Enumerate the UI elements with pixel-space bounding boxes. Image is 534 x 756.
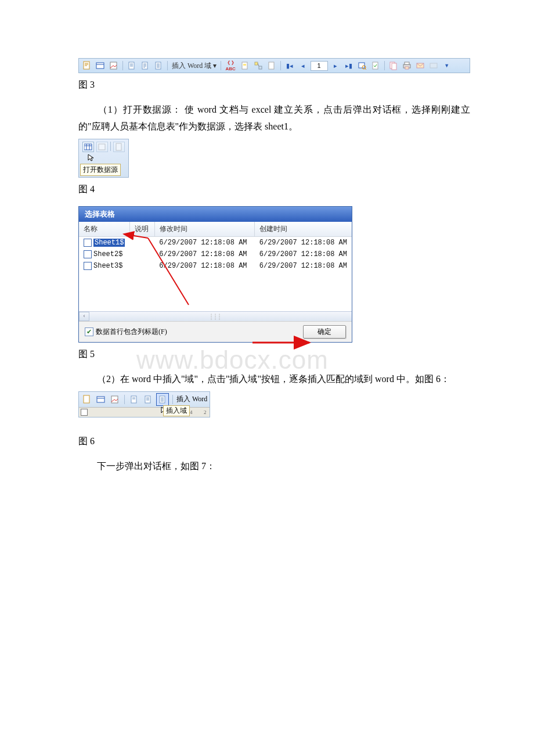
dialog-title: 选择表格 [79,207,352,222]
col-created[interactable]: 创建时间 [255,222,352,237]
sheet-table: 名称 说明 修改时间 创建时间 Sheet1$ 6/29/2007 12:18:… [79,222,352,272]
select-table-dialog: 选择表格 名称 说明 修改时间 创建时间 Sheet1$ [78,206,352,343]
svg-rect-8 [255,62,258,65]
svg-rect-3 [129,62,134,69]
svg-rect-31 [145,396,150,403]
sheet-icon [84,250,92,258]
next-record-icon[interactable]: ▸ [330,60,341,71]
figure-3-caption: 图 3 [78,79,470,91]
merge-to-printer-icon[interactable] [401,60,413,71]
svg-rect-18 [405,67,409,69]
open-data-source-icon[interactable] [95,394,107,405]
address-block-icon[interactable] [128,394,140,405]
address-block-icon[interactable] [126,60,138,71]
svg-rect-11 [359,63,365,68]
greeting-line-icon[interactable] [142,394,154,405]
table-row[interactable]: Sheet3$ 6/29/2007 12:18:08 AM 6/29/2007 … [79,260,352,272]
svg-rect-20 [430,63,437,68]
figure-6-caption: 图 6 [78,435,470,448]
merge-new-doc-icon[interactable] [388,60,399,71]
svg-rect-10 [269,62,274,69]
cursor-icon [87,153,95,161]
figure-5-caption: 图 5 [78,348,470,361]
first-record-icon[interactable]: ▮◂ [284,60,295,71]
find-record-icon[interactable] [356,60,368,71]
table-row[interactable]: Sheet1$ 6/29/2007 12:18:08 AM 6/29/2007 … [79,236,352,249]
resize-grip-icon: ┆┆┆ [210,314,222,320]
insert-field-toolbar-snippet: 插入 Word 4 2 [78,391,210,417]
svg-rect-7 [243,64,246,66]
svg-rect-30 [131,396,136,403]
svg-rect-28 [97,397,104,402]
view-merged-data-icon[interactable]: 《 》ABC [224,60,237,71]
svg-rect-13 [373,62,378,69]
record-number-input[interactable]: 1 [311,61,328,71]
insert-word-text[interactable]: 插入 Word [176,394,207,404]
merge-to-email-icon[interactable] [414,60,426,71]
ruler: 4 2 [79,407,210,417]
scroll-left-icon[interactable]: ‹ [79,312,89,321]
sheet-icon [84,239,92,247]
recipients-icon[interactable] [109,394,121,405]
match-fields-icon[interactable] [252,60,264,71]
svg-rect-23 [116,143,121,150]
svg-rect-32 [160,396,165,403]
highlight-merge-fields-icon[interactable] [239,60,251,71]
open-data-source-icon[interactable] [95,60,106,71]
tab-selector-icon[interactable] [81,409,88,416]
insert-word-field-button[interactable]: 插入 Word 域 ▾ [171,61,218,71]
col-modified[interactable]: 修改时间 [154,222,254,237]
open-data-source-toolbar-snippet: 打开数据源 [78,139,129,178]
figure-4-caption: 图 4 [78,183,470,196]
recipients-icon[interactable] [96,142,108,152]
propagate-labels-icon[interactable] [266,60,277,71]
address-block-icon[interactable] [113,142,125,152]
svg-rect-22 [99,144,105,150]
open-data-source-icon[interactable] [82,142,94,152]
svg-rect-21 [84,144,92,150]
open-data-source-tooltip: 打开数据源 [80,164,121,176]
svg-rect-9 [259,66,262,69]
first-row-headers-checkbox[interactable]: ✔ 数据首行包含列标题(F) [85,327,167,337]
svg-rect-27 [84,395,89,403]
col-desc[interactable]: 说明 [129,222,154,237]
check-errors-icon[interactable] [370,60,381,71]
main-document-setup-icon[interactable] [81,60,93,71]
svg-rect-15 [392,63,396,70]
svg-rect-17 [405,62,409,64]
main-document-setup-icon[interactable] [81,394,93,405]
greeting-line-icon[interactable] [139,60,151,71]
table-row[interactable]: Sheet2$ 6/29/2007 12:18:08 AM 6/29/2007 … [79,249,352,260]
paragraph-2: （2）在 word 中插入"域"，点击"插入域"按钮，逐条插入匹配的域到 wor… [78,371,470,388]
checkbox-icon[interactable]: ✔ [85,327,93,336]
svg-rect-1 [96,63,104,69]
horizontal-scrollbar[interactable]: ‹ ┆┆┆ [79,311,352,321]
sheet-icon [84,262,92,270]
recipients-icon[interactable] [108,60,120,71]
insert-merge-field-icon[interactable] [153,60,164,71]
insert-field-tooltip: 插入域 [163,405,190,416]
prev-record-icon[interactable]: ◂ [297,60,309,71]
last-record-icon[interactable]: ▸▮ [343,60,355,71]
merge-to-fax-icon[interactable] [428,60,439,71]
col-name[interactable]: 名称 [79,222,129,237]
svg-rect-4 [142,62,147,69]
paragraph-3: 下一步弹出对话框，如图 7： [78,458,470,475]
ok-button[interactable]: 确定 [303,325,346,339]
mail-merge-toolbar: 插入 Word 域 ▾ 《 》ABC ▮◂ ◂ 1 ▸ ▸▮ ▼ [78,58,470,73]
paragraph-1: （1）打开数据源： 使 word 文档与 excel 建立关系，点击后弹出对话框… [78,102,470,135]
insert-merge-field-icon[interactable] [156,393,169,406]
toolbar-options-icon[interactable]: ▼ [441,60,453,71]
svg-rect-5 [156,62,161,69]
